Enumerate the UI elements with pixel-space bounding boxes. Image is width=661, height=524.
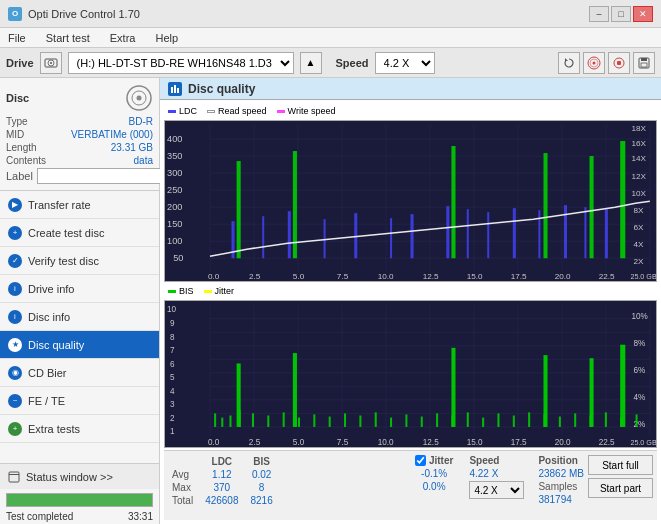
speed-select[interactable]: 4.2 X	[375, 52, 435, 74]
app-title: Opti Drive Control 1.70	[28, 8, 140, 20]
nav-transfer-rate[interactable]: ▶ Transfer rate	[0, 191, 159, 219]
svg-text:8X: 8X	[633, 206, 644, 215]
mid-label: MID	[6, 129, 24, 140]
refresh-button[interactable]	[558, 52, 580, 74]
nav-transfer-rate-label: Transfer rate	[28, 199, 91, 211]
transfer-rate-icon: ▶	[8, 198, 22, 212]
contents-label: Contents	[6, 155, 46, 166]
nav-fe-te[interactable]: ~ FE / TE	[0, 387, 159, 415]
svg-text:20.0: 20.0	[555, 272, 571, 281]
nav-disc-info[interactable]: i Disc info	[0, 303, 159, 331]
menu-help[interactable]: Help	[151, 31, 182, 45]
svg-text:8: 8	[170, 333, 175, 342]
disc-mid-row: MID VERBATIMe (000)	[6, 129, 153, 140]
svg-rect-150	[375, 413, 377, 428]
legend-write-speed: Write speed	[277, 106, 336, 116]
speed-dropdown-stats[interactable]: 4.2 X	[469, 481, 524, 499]
nav-create-test-disc[interactable]: + Create test disc	[0, 219, 159, 247]
save-button[interactable]	[633, 52, 655, 74]
svg-text:2.5: 2.5	[249, 272, 261, 281]
svg-text:14X: 14X	[631, 154, 646, 163]
svg-text:8%: 8%	[633, 339, 645, 348]
max-ldc: 370	[201, 481, 246, 494]
svg-text:12X: 12X	[631, 172, 646, 181]
bottom-chart: 10 9 8 7 6 5 4 3 2 1 10% 8% 6% 4% 2%	[164, 300, 657, 448]
bottom-chart-legend: BIS Jitter	[164, 284, 657, 298]
nav-disc-quality[interactable]: ★ Disc quality	[0, 331, 159, 359]
charts-container: LDC Read speed Write speed	[160, 100, 661, 524]
svg-text:17.5: 17.5	[511, 272, 527, 281]
svg-rect-19	[171, 87, 173, 93]
svg-marker-3	[565, 58, 568, 61]
disc-quality-icon: ★	[8, 338, 22, 352]
bis-legend-label: BIS	[179, 286, 194, 296]
disc-type-row: Type BD-R	[6, 116, 153, 127]
length-value: 23.31 GB	[111, 142, 153, 153]
jitter-legend-label: Jitter	[215, 286, 235, 296]
jitter-checkbox[interactable]	[415, 455, 426, 466]
eject-button[interactable]: ▲	[300, 52, 322, 74]
menu-start-test[interactable]: Start test	[42, 31, 94, 45]
svg-text:6: 6	[170, 360, 175, 369]
svg-rect-152	[405, 415, 407, 427]
disc-section: Disc Type BD-R MID VERBATIMe (000) Lengt…	[0, 78, 159, 191]
label-input[interactable]	[37, 168, 170, 184]
nav-cd-bier[interactable]: ◉ CD Bier	[0, 359, 159, 387]
svg-rect-162	[559, 417, 561, 427]
svg-text:22.5: 22.5	[599, 438, 615, 447]
svg-text:4: 4	[170, 387, 175, 396]
position-stats: Position 23862 MB Samples 381794	[538, 455, 584, 505]
maximize-button[interactable]: □	[611, 6, 631, 22]
drive-info-icon: i	[8, 282, 22, 296]
start-part-button[interactable]: Start part	[588, 478, 653, 498]
svg-rect-10	[641, 58, 647, 61]
svg-rect-145	[298, 418, 300, 427]
avg-row: Avg 1.12 0.02	[168, 468, 281, 481]
disc-icon	[125, 84, 153, 112]
svg-text:0.0: 0.0	[208, 272, 220, 281]
jitter-legend-dot	[204, 290, 212, 293]
speed-col-label: Speed	[469, 455, 524, 466]
status-window-button[interactable]: Status window >>	[0, 463, 159, 489]
svg-text:10%: 10%	[631, 312, 648, 321]
jitter-header: Jitter	[415, 455, 453, 466]
disc-button[interactable]	[583, 52, 605, 74]
svg-text:22.5: 22.5	[599, 272, 615, 281]
svg-rect-17	[9, 472, 19, 482]
svg-text:150: 150	[167, 219, 182, 229]
nav-drive-info-label: Drive info	[28, 283, 74, 295]
legend-bis: BIS	[168, 286, 194, 296]
svg-text:300: 300	[167, 168, 182, 178]
burn-button[interactable]	[608, 52, 630, 74]
svg-text:10.0: 10.0	[378, 438, 394, 447]
svg-text:20.0: 20.0	[555, 438, 571, 447]
close-button[interactable]: ✕	[633, 6, 653, 22]
menu-extra[interactable]: Extra	[106, 31, 140, 45]
svg-rect-78	[467, 209, 469, 258]
drive-select[interactable]: (H:) HL-DT-ST BD-RE WH16NS48 1.D3	[68, 52, 294, 74]
samples-value: 381794	[538, 494, 584, 505]
right-panel: Disc quality LDC Read speed Write speed	[160, 78, 661, 524]
type-label: Type	[6, 116, 28, 127]
svg-rect-163	[574, 414, 576, 428]
status-text: Test completed	[6, 511, 73, 522]
svg-text:3: 3	[170, 400, 175, 409]
svg-rect-170	[451, 348, 455, 427]
svg-rect-148	[344, 414, 346, 428]
svg-text:15.0: 15.0	[467, 272, 483, 281]
start-full-button[interactable]: Start full	[588, 455, 653, 475]
nav-verify-test-disc[interactable]: ✓ Verify test disc	[0, 247, 159, 275]
max-row: Max 370 8	[168, 481, 281, 494]
titlebar-controls: – □ ✕	[589, 6, 653, 22]
svg-text:0.0: 0.0	[208, 438, 220, 447]
status-time: 33:31	[128, 511, 153, 522]
avg-label: Avg	[168, 468, 201, 481]
speed-stats: Speed 4.22 X 4.2 X	[469, 455, 524, 499]
nav-extra-tests[interactable]: + Extra tests	[0, 415, 159, 443]
nav-drive-info[interactable]: i Drive info	[0, 275, 159, 303]
svg-rect-151	[390, 418, 392, 427]
bis-legend-dot	[168, 290, 176, 293]
minimize-button[interactable]: –	[589, 6, 609, 22]
svg-rect-171	[543, 355, 547, 427]
menu-file[interactable]: File	[4, 31, 30, 45]
